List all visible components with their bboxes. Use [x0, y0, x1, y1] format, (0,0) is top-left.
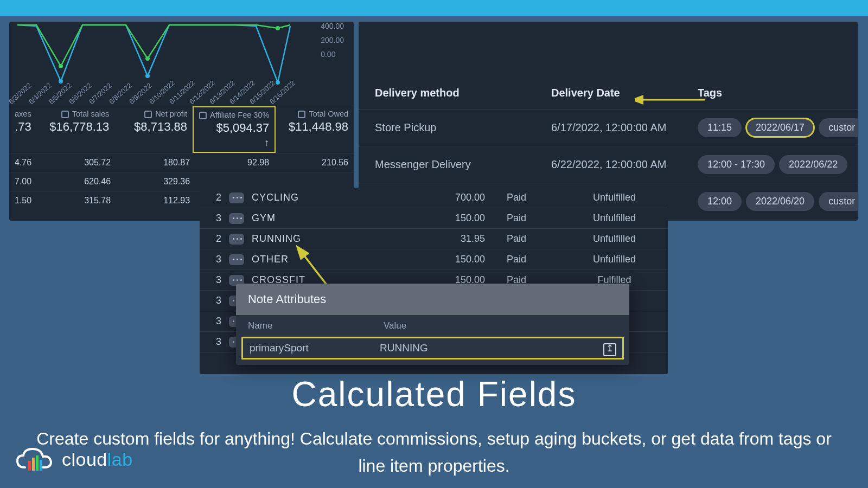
tag-pill[interactable]: 12:00 [698, 192, 742, 211]
more-icon[interactable] [229, 192, 244, 203]
headline: Calculated Fields [0, 374, 868, 414]
checkbox-icon[interactable] [199, 112, 207, 119]
tag-pill[interactable]: custor [819, 192, 858, 211]
table-row[interactable]: 2CYCLING700.00PaidUnfulfilled [200, 188, 668, 208]
more-icon[interactable] [229, 254, 244, 265]
metric-net-profit[interactable]: Net profit$8,713.88 [114, 106, 193, 153]
col-name: Name [248, 320, 384, 331]
metric-affiliate-fee[interactable]: Affiliate Fee 30%$5,094.37↑ [193, 106, 276, 153]
open-external-icon[interactable] [603, 343, 616, 356]
svg-point-4 [145, 56, 150, 61]
svg-point-1 [145, 74, 150, 78]
checkbox-icon[interactable] [61, 111, 69, 118]
table-row[interactable]: Messenger Delivery6/22/2022, 12:00:00 AM… [359, 146, 858, 183]
note-key: primarySport [250, 342, 380, 354]
metric-total-owed[interactable]: Total Owed$11,448.98 [276, 106, 354, 153]
tag-pill[interactable]: 2022/06/22 [779, 155, 847, 174]
brand-bar [0, 0, 868, 16]
metric-total-sales[interactable]: Total sales$16,778.13 [37, 106, 115, 153]
line-chart: 400.00 200.00 0.00 6/3/20226/4/20226/5/2… [9, 22, 354, 106]
chart-y-ticks: 400.00 200.00 0.00 [321, 22, 344, 64]
note-title: Note Attributes [236, 284, 629, 315]
tag-pill[interactable]: custor [819, 118, 858, 137]
svg-rect-11 [40, 460, 42, 471]
note-attributes-popover: Note Attributes NameValue primarySport R… [236, 284, 629, 365]
checkbox-icon[interactable] [298, 111, 305, 118]
checkbox-icon[interactable] [144, 111, 152, 118]
more-icon[interactable] [229, 234, 244, 245]
logo: cloudlab [14, 445, 133, 474]
chart-x-ticks: 6/3/20226/4/20226/5/20226/6/20226/7/2022… [9, 81, 297, 106]
table-row[interactable]: 3OTHER150.00PaidUnfulfilled [200, 249, 668, 270]
svg-rect-8 [28, 461, 31, 471]
svg-rect-9 [32, 458, 35, 471]
col-value: Value [384, 320, 406, 331]
note-row[interactable]: primarySport RUNNING [241, 337, 624, 359]
table-row[interactable]: Store Pickup6/17/2022, 12:00:00 AM11:152… [359, 110, 858, 146]
svg-point-3 [59, 64, 63, 68]
col-delivery-method[interactable]: Delivery method [375, 87, 551, 99]
arrow-up-icon: ↑ [199, 137, 269, 149]
table-row[interactable]: 3GYM150.00PaidUnfulfilled [200, 208, 668, 229]
col-delivery-date[interactable]: Delivery Date [551, 87, 698, 99]
col-tags[interactable]: Tags [698, 87, 841, 99]
svg-point-5 [276, 26, 280, 30]
tag-pill[interactable]: 11:15 [698, 118, 742, 137]
note-value: RUNNING [380, 342, 616, 354]
tag-pill[interactable]: 2022/06/20 [746, 192, 814, 211]
tag-pill[interactable]: 12:00 - 17:30 [698, 155, 775, 174]
cloud-icon [14, 445, 58, 474]
metric-header-row: axes.73 Total sales$16,778.13 Net profit… [9, 106, 354, 153]
table-row: 4.76305.72180.8792.98210.56 [9, 153, 354, 172]
tag-pill[interactable]: 2022/06/17 [746, 118, 814, 137]
svg-rect-10 [36, 455, 39, 471]
more-icon[interactable] [229, 213, 244, 224]
table-row[interactable]: 2RUNNING31.95PaidUnfulfilled [200, 229, 668, 249]
